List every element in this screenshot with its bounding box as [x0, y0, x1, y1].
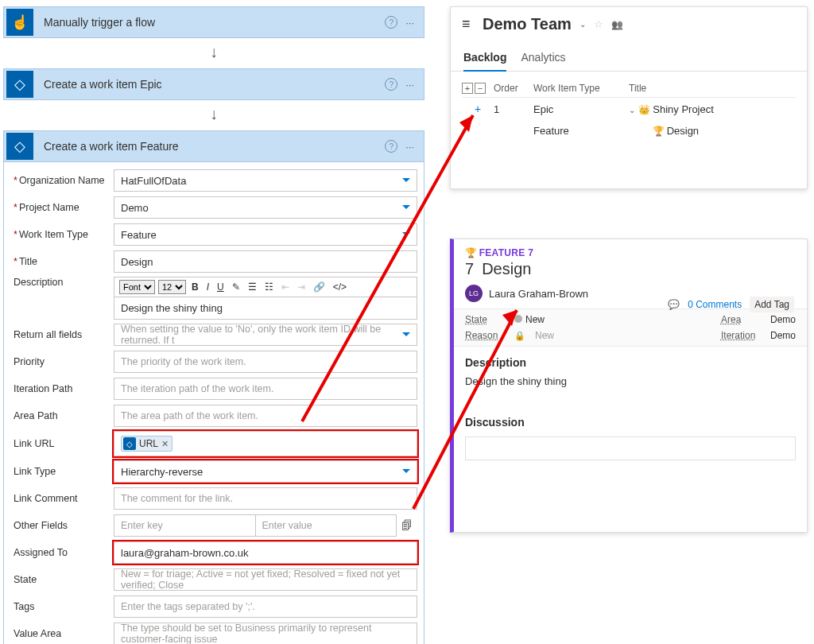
lock-icon	[514, 330, 525, 341]
code-view-icon[interactable]: </>	[331, 281, 349, 293]
numbered-icon[interactable]: ☷	[262, 281, 276, 293]
linkurl-label: Link URL	[10, 438, 114, 449]
tab-backlog[interactable]: Backlog	[463, 46, 506, 72]
col-title: Title	[629, 83, 796, 94]
areapath-input[interactable]: The area path of the work item.	[114, 405, 417, 427]
chevron-down-icon[interactable]: ⌄	[579, 20, 586, 29]
assignedto-input[interactable]: laura@graham-brown.co.uk	[114, 541, 417, 564]
size-select[interactable]: 12	[158, 280, 186, 294]
iteration-value[interactable]: Demo	[770, 330, 796, 341]
backlog-row-feature[interactable]: Feature Design	[462, 120, 796, 142]
description-text[interactable]: Design the shiny thing	[454, 372, 807, 390]
state-input[interactable]: New = for triage; Active = not yet fixed…	[114, 568, 417, 591]
help-icon[interactable]: ?	[385, 16, 397, 29]
reason-value: New	[535, 330, 554, 341]
valuearea-input[interactable]: The type should be set to Business prima…	[114, 623, 417, 644]
tab-analytics[interactable]: Analytics	[521, 46, 565, 71]
col-type: Work Item Type	[533, 83, 629, 94]
hamburger-icon[interactable]	[462, 16, 475, 33]
azure-devops-icon: ◇	[123, 437, 136, 450]
delete-row-icon[interactable]: 🗐	[397, 519, 417, 532]
description-input[interactable]: Design the shiny thing	[114, 297, 417, 320]
project-dropdown[interactable]: Demo	[114, 196, 417, 219]
iteration-label: Iteration Path	[10, 383, 114, 394]
area-value[interactable]: Demo	[770, 314, 796, 325]
returnfields-label: Return all fields	[10, 329, 114, 340]
ellipsis-icon[interactable]: ···	[405, 79, 414, 91]
flow-connector-arrow: ↓	[3, 38, 424, 65]
workitemtype-label: Work Item Type	[10, 229, 114, 240]
outdent-icon[interactable]: ⇤	[279, 281, 292, 293]
link-icon[interactable]: 🔗	[311, 281, 328, 293]
remove-token-icon[interactable]: ✕	[161, 439, 169, 449]
font-select[interactable]: Font	[119, 280, 155, 294]
italic-icon[interactable]: I	[204, 281, 211, 293]
priority-label: Priority	[10, 356, 114, 367]
backlog-row-epic[interactable]: + 1 Epic ⌄ Shiny Project	[462, 98, 796, 120]
flow-designer: ☝ Manually trigger a flow ? ··· ↓ ◇ Crea…	[3, 3, 424, 631]
iteration-label: Iteration	[721, 330, 761, 341]
col-order: Order	[494, 83, 533, 94]
areapath-label: Area Path	[10, 410, 114, 421]
rte-toolbar[interactable]: Font 12 B I U ✎ ☰ ☷ ⇤ ⇥ 🔗 </>	[114, 277, 417, 297]
bullets-icon[interactable]: ☰	[246, 281, 259, 293]
trophy-icon	[465, 247, 476, 258]
url-token[interactable]: ◇ URL ✕	[121, 436, 172, 452]
iteration-input[interactable]: The iteration path of the work item.	[114, 378, 417, 400]
comments-count[interactable]: 0 Comments	[688, 299, 742, 310]
returnfields-dropdown[interactable]: When setting the value to 'No', only the…	[114, 324, 417, 346]
reason-label: Reason	[465, 330, 505, 341]
linktype-label: Link Type	[10, 466, 114, 477]
epic-step-title: Create a work item Epic	[36, 78, 385, 91]
workitemtype-dropdown[interactable]: Feature	[114, 223, 417, 246]
trigger-title: Manually trigger a flow	[36, 16, 385, 29]
workitem-id: 7	[465, 260, 474, 278]
area-label: Area	[721, 314, 761, 325]
title-label: Title	[10, 256, 114, 267]
tags-input[interactable]: Enter the tags separated by ';'.	[114, 596, 417, 618]
indent-icon[interactable]: ⇥	[295, 281, 308, 293]
org-dropdown[interactable]: HatFullOfData	[114, 169, 417, 192]
highlight-icon[interactable]: ✎	[230, 281, 242, 293]
otherfields-key-input[interactable]: Enter key	[114, 514, 255, 537]
discussion-input[interactable]	[465, 436, 796, 460]
help-icon[interactable]: ?	[385, 140, 397, 153]
otherfields-value-input[interactable]: Enter value	[255, 514, 397, 537]
discussion-heading: Discussion	[454, 406, 807, 432]
workitem-type-banner: FEATURE 7	[454, 239, 807, 258]
avatar: LG	[465, 285, 483, 302]
boards-tabs: Backlog Analytics	[451, 46, 807, 72]
priority-input[interactable]: The priority of the work item.	[114, 351, 417, 373]
feature-step-header[interactable]: ◇ Create a work item Feature ? ···	[3, 130, 424, 162]
description-label: Description	[10, 277, 114, 288]
collapse-all-icon[interactable]: −	[475, 83, 486, 94]
trophy-icon	[653, 125, 664, 137]
team-members-icon[interactable]	[611, 18, 623, 30]
backlog-table: + − Order Work Item Type Title + 1 Epic …	[451, 72, 807, 149]
help-icon[interactable]: ?	[385, 78, 397, 91]
add-tag-button[interactable]: Add Tag	[750, 297, 794, 312]
otherfields-label: Other Fields	[10, 520, 114, 531]
favorite-star-icon[interactable]: ☆	[594, 18, 603, 30]
add-child-icon[interactable]: +	[462, 103, 494, 115]
epic-step-header[interactable]: ◇ Create a work item Epic ? ···	[3, 68, 424, 100]
state-value[interactable]: New	[514, 314, 545, 325]
trigger-step-header[interactable]: ☝ Manually trigger a flow ? ···	[3, 6, 424, 38]
assignedto-label: Assigned To	[10, 547, 114, 558]
comments-icon[interactable]: 💬	[668, 299, 680, 310]
touch-icon: ☝	[6, 9, 33, 36]
feature-step-title: Create a work item Feature	[36, 140, 385, 153]
team-name[interactable]: Demo Team	[483, 15, 572, 33]
linkurl-input[interactable]: ◇ URL ✕	[114, 431, 417, 456]
linkcomment-input[interactable]: The comment for the link.	[114, 487, 417, 510]
linktype-dropdown[interactable]: Hierarchy-reverse	[114, 460, 417, 483]
title-input[interactable]: Design	[114, 250, 417, 273]
bold-icon[interactable]: B	[189, 281, 201, 293]
ellipsis-icon[interactable]: ···	[405, 17, 414, 29]
state-label: State	[465, 314, 505, 325]
underline-icon[interactable]: U	[215, 281, 227, 293]
workitem-title[interactable]: Design	[482, 260, 531, 278]
chevron-down-icon[interactable]: ⌄	[629, 106, 635, 114]
ellipsis-icon[interactable]: ···	[405, 141, 414, 153]
expand-all-icon[interactable]: +	[462, 83, 473, 94]
